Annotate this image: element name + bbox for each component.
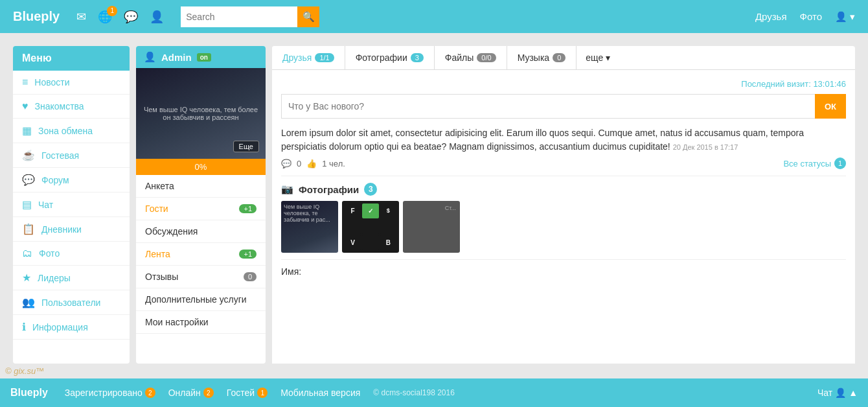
search-input[interactable] <box>181 6 297 27</box>
camera-icon: 📷 <box>281 183 293 195</box>
discussions-label: Обсуждения <box>145 226 198 237</box>
key-s: $ <box>380 204 396 218</box>
feed: Друзья 1/1 Фотографии 3 Файлы 0/0 Музыка… <box>272 46 855 364</box>
all-statuses-count: 1 <box>834 157 846 169</box>
key-empty3 <box>380 220 396 235</box>
globe-icon[interactable]: 🌐 1 <box>98 10 112 24</box>
sidebar-label-photos: Фото <box>39 248 60 259</box>
sidebar-label-exchange: Зона обмена <box>38 126 93 136</box>
user-icon-symbol: 👤 <box>835 11 847 23</box>
status-actions: 💬 0 👍 1 чел. Все статусы 1 <box>281 157 846 169</box>
search-bar: 🔍 <box>181 6 319 27</box>
like-count: 1 чел. <box>322 159 345 169</box>
tab-music[interactable]: Музыка 0 <box>507 46 577 69</box>
profile-menu-anketa[interactable]: Анкета <box>136 175 266 198</box>
sidebar-item-chat[interactable]: ▤ Чат <box>13 192 130 217</box>
photo-label-3: Ст... <box>442 202 459 214</box>
profile-menu-discussions[interactable]: Обсуждения <box>136 220 266 243</box>
sidebar: Меню ≡ Новости ♥ Знакомства ▦ Зона обмен… <box>13 46 130 364</box>
tab-files[interactable]: Файлы 0/0 <box>435 46 507 69</box>
sidebar-label-info: Информация <box>32 322 88 332</box>
chevron-down-icon: ▾ <box>606 52 610 63</box>
tab-more[interactable]: еще ▾ <box>577 46 619 69</box>
name-label: Имя: <box>281 266 301 277</box>
chat-nav-icon[interactable]: 💬 <box>124 10 138 24</box>
sidebar-item-dating[interactable]: ♥ Знакомства <box>13 95 130 119</box>
profile-image: Чем выше IQ человека, тем более он забыв… <box>136 68 266 159</box>
status-time: 20 Дек 2015 в 17:17 <box>673 143 738 151</box>
nav-icons: ✉ 🌐 1 💬 👤 <box>76 10 164 24</box>
status-input-row: ОК <box>281 94 846 119</box>
feed-label: Лента <box>145 249 170 259</box>
guests-count: +1 <box>239 204 257 213</box>
user-nav-icon[interactable]: 👤 <box>150 10 164 24</box>
key-F: F <box>345 204 361 218</box>
tab-music-label: Музыка <box>518 52 550 63</box>
status-post: Lorem ipsum dolor sit amet, consectetur … <box>281 126 846 176</box>
like-icon[interactable]: 👍 <box>306 159 317 169</box>
sidebar-label-chat: Чат <box>38 200 53 210</box>
sidebar-item-exchange[interactable]: ▦ Зона обмена <box>13 119 130 143</box>
photo-grid: Чем выше IQ человека, тезабывчив и рас..… <box>281 201 846 253</box>
chat-icon: ▤ <box>22 198 32 211</box>
sidebar-item-leaders[interactable]: ★ Лидеры <box>13 266 130 290</box>
sidebar-item-news[interactable]: ≡ Новости <box>13 71 130 95</box>
photos-sidebar-icon: 🗂 <box>22 248 32 259</box>
sidebar-item-info[interactable]: ℹ Информация <box>13 315 130 340</box>
user-dropdown[interactable]: 👤 ▾ <box>835 11 855 23</box>
settings-label: Мои настройки <box>145 317 209 327</box>
top-nav: Blueply ✉ 🌐 1 💬 👤 🔍 Друзья Фото 👤 ▾ <box>0 0 868 33</box>
sidebar-item-photos[interactable]: 🗂 Фото <box>13 242 130 266</box>
profile-menu-feed[interactable]: Лента +1 <box>136 243 266 266</box>
sidebar-item-diary[interactable]: 📋 Дневники <box>13 217 130 242</box>
profile-image-btn[interactable]: Еще <box>233 141 259 152</box>
profile-name[interactable]: Admin <box>161 52 192 63</box>
tab-friends-count: 1/1 <box>315 53 334 62</box>
photos-link[interactable]: Фото <box>800 11 822 22</box>
brand-logo[interactable]: Blueply <box>13 9 60 24</box>
guestbook-icon: ☕ <box>22 149 35 161</box>
search-button[interactable]: 🔍 <box>297 6 319 27</box>
last-visit-time: 13:01:46 <box>813 79 846 89</box>
profile-menu-reviews[interactable]: Отзывы 0 <box>136 266 266 288</box>
profile-menu-settings[interactable]: Мои настройки <box>136 311 266 334</box>
key-check: ✓ <box>362 204 378 218</box>
tab-files-count: 0/0 <box>477 53 496 62</box>
profile-menu-guests[interactable]: Гости +1 <box>136 198 266 220</box>
last-visit: Последний визит: 13:01:46 <box>281 76 846 94</box>
sidebar-label-leaders: Лидеры <box>38 273 71 283</box>
photo-thumb-2[interactable]: F ✓ $ V B <box>342 201 399 253</box>
profile-menu-services[interactable]: Дополнительные услуги <box>136 288 266 311</box>
feed-count: +1 <box>239 250 257 259</box>
tab-friends[interactable]: Друзья 1/1 <box>272 46 345 69</box>
sidebar-item-users[interactable]: 👥 Пользователи <box>13 290 130 315</box>
key-B: B <box>380 235 396 250</box>
tab-music-count: 0 <box>553 53 565 62</box>
comment-count: 0 <box>297 159 301 169</box>
sidebar-item-guestbook[interactable]: ☕ Гостевая <box>13 143 130 168</box>
photo-thumb-3[interactable]: Ст... <box>403 201 460 253</box>
tab-photos[interactable]: Фотографии 3 <box>345 46 435 69</box>
key-empty2 <box>362 220 378 235</box>
status-input[interactable] <box>281 94 815 119</box>
profile-header: 👤 Admin on <box>136 46 266 68</box>
reviews-count: 0 <box>244 272 257 281</box>
name-row: Имя: <box>281 259 846 277</box>
watermark: © gix.su™ <box>5 366 44 376</box>
photo-thumb-1[interactable]: Чем выше IQ человека, тезабывчив и рас..… <box>281 201 338 253</box>
reviews-label: Отзывы <box>145 272 178 282</box>
key-V: V <box>345 235 361 250</box>
heart-icon: ♥ <box>22 100 29 112</box>
status-ok-button[interactable]: ОК <box>815 94 846 119</box>
globe-badge: 1 <box>107 6 117 16</box>
forum-icon: 💬 <box>22 174 35 186</box>
anketa-label: Анкета <box>145 181 174 191</box>
guests-label: Гости <box>145 204 168 214</box>
mail-icon[interactable]: ✉ <box>76 10 86 24</box>
friends-link[interactable]: Друзья <box>755 11 787 22</box>
all-statuses-link[interactable]: Все статусы 1 <box>783 157 846 169</box>
tab-files-label: Файлы <box>445 52 474 63</box>
main-content: Меню ≡ Новости ♥ Знакомства ▦ Зона обмен… <box>0 33 868 377</box>
online-badge: on <box>197 53 211 62</box>
sidebar-item-forum[interactable]: 💬 Форум <box>13 168 130 192</box>
